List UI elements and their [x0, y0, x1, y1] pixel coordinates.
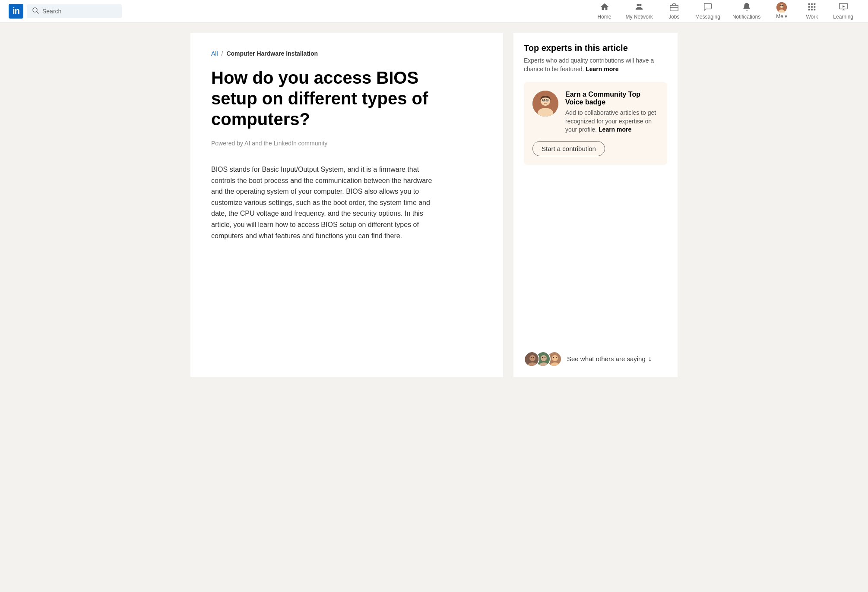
nav-label-work: Work — [806, 14, 818, 19]
svg-rect-20 — [808, 9, 810, 10]
svg-rect-16 — [814, 3, 816, 5]
top-experts-desc: Experts who add quality contributions wi… — [524, 57, 667, 73]
me-avatar — [776, 2, 787, 13]
nav-label-learning: Learning — [833, 14, 853, 19]
linkedin-logo-mark: in — [9, 4, 23, 19]
nav-label-messaging: Messaging — [695, 14, 720, 19]
svg-rect-21 — [811, 9, 813, 10]
messaging-icon — [703, 2, 713, 13]
search-icon — [32, 7, 39, 16]
svg-point-46 — [552, 355, 558, 361]
badge-title: Earn a Community Top Voice badge — [565, 91, 659, 106]
down-arrow-icon: ↓ — [648, 355, 652, 363]
svg-point-44 — [545, 357, 545, 358]
nav-label-my-network: My Network — [626, 14, 653, 19]
navbar: in Home — [0, 0, 868, 22]
breadcrumb: All / Computer Hardware Installation — [211, 50, 482, 57]
article-powered-by: Powered by AI and the LinkedIn community — [211, 140, 482, 147]
nav-item-notifications[interactable]: Notifications — [726, 0, 767, 22]
svg-rect-18 — [811, 6, 813, 8]
home-icon — [600, 2, 609, 13]
svg-point-3 — [639, 3, 642, 6]
breadcrumb-current: Computer Hardware Installation — [226, 50, 318, 57]
article-title: How do you access BIOS setup on differen… — [211, 67, 436, 129]
breadcrumb-all-link[interactable]: All — [211, 50, 218, 57]
learning-icon — [839, 2, 848, 13]
user-avatar — [776, 2, 787, 13]
svg-rect-22 — [814, 9, 816, 10]
work-icon — [807, 2, 817, 13]
svg-rect-14 — [808, 3, 810, 5]
see-others-text[interactable]: See what others are saying ↓ — [567, 355, 652, 363]
see-others-section: See what others are saying ↓ — [524, 344, 667, 367]
svg-point-49 — [556, 357, 557, 358]
svg-point-39 — [533, 357, 534, 358]
svg-rect-4 — [670, 5, 678, 11]
svg-point-38 — [531, 357, 532, 358]
see-others-avatars — [524, 351, 562, 367]
svg-point-41 — [541, 355, 547, 361]
contribution-card: Earn a Community Top Voice badge Add to … — [524, 82, 667, 165]
nav-item-messaging[interactable]: Messaging — [689, 0, 726, 22]
svg-rect-17 — [808, 6, 810, 8]
svg-line-1 — [37, 12, 38, 13]
contribution-text: Earn a Community Top Voice badge Add to … — [565, 91, 659, 134]
breadcrumb-separator: / — [222, 50, 223, 57]
nav-item-learning[interactable]: Learning — [827, 0, 859, 22]
svg-rect-19 — [814, 6, 816, 8]
badge-learn-more[interactable]: Learn more — [599, 126, 631, 133]
top-experts-learn-more[interactable]: Learn more — [586, 66, 618, 72]
nav-label-me: Me ▾ — [776, 14, 787, 19]
svg-point-2 — [637, 3, 640, 6]
nav-item-me[interactable]: Me ▾ — [767, 0, 797, 22]
svg-point-48 — [553, 357, 554, 358]
nav-item-jobs[interactable]: Jobs — [659, 0, 689, 22]
search-input[interactable] — [42, 8, 117, 15]
page-layout: All / Computer Hardware Installation How… — [190, 22, 678, 387]
contribution-avatar — [532, 91, 558, 117]
my-network-icon — [634, 2, 644, 13]
nav-label-notifications: Notifications — [732, 14, 760, 19]
svg-point-34 — [547, 100, 548, 101]
svg-rect-15 — [811, 3, 813, 5]
start-contribution-button[interactable]: Start a contribution — [532, 141, 605, 156]
main-content: All / Computer Hardware Installation How… — [190, 33, 503, 377]
nav-label-home: Home — [598, 14, 611, 19]
badge-desc: Add to collaborative articles to get rec… — [565, 109, 659, 134]
sidebar: Top experts in this article Experts who … — [513, 33, 678, 377]
svg-point-36 — [529, 355, 535, 361]
nav-items: Home My Network Jobs — [589, 0, 859, 22]
svg-marker-24 — [843, 5, 845, 7]
linkedin-logo[interactable]: in — [9, 4, 23, 19]
nav-item-my-network[interactable]: My Network — [620, 0, 659, 22]
top-experts-card: Top experts in this article Experts who … — [513, 33, 678, 377]
see-others-avatar-1 — [524, 351, 539, 367]
nav-label-jobs: Jobs — [668, 14, 679, 19]
search-bar[interactable] — [27, 4, 122, 18]
svg-point-43 — [542, 357, 543, 358]
sidebar-spacer — [524, 172, 667, 344]
nav-item-work[interactable]: Work — [797, 0, 827, 22]
jobs-icon — [669, 2, 679, 13]
notifications-icon — [742, 2, 751, 13]
see-others-label: See what others are saying — [567, 355, 646, 362]
contribution-card-inner: Earn a Community Top Voice badge Add to … — [532, 91, 659, 134]
svg-point-33 — [543, 100, 544, 101]
top-experts-title: Top experts in this article — [524, 43, 667, 53]
article-body: BIOS stands for Basic Input/Output Syste… — [211, 164, 436, 241]
nav-item-home[interactable]: Home — [589, 0, 620, 22]
